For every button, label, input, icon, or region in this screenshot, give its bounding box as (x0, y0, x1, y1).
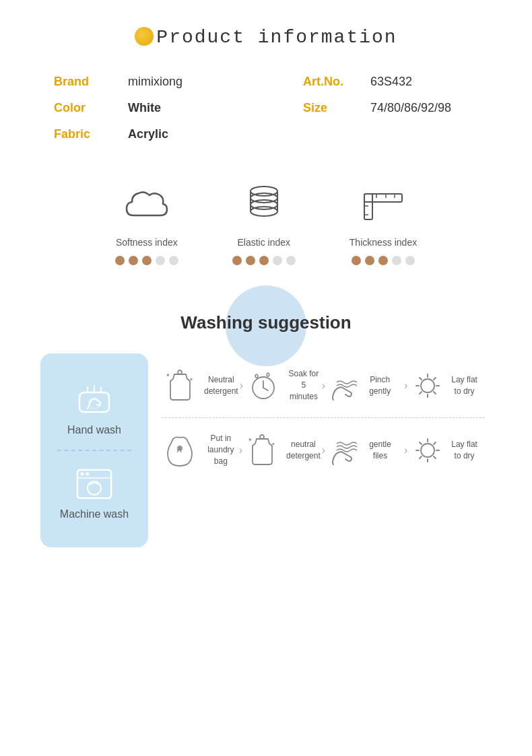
color-value: White (128, 101, 263, 115)
size-value: 74/80/86/92/98 (370, 101, 451, 115)
artno-value: 63S432 (370, 75, 412, 89)
svg-point-40 (421, 444, 434, 457)
detergent2-icon: ✦ ✦ · (244, 432, 281, 469)
brand-label: Brand (54, 75, 108, 89)
step-laundry-bag: Put inlaundry bag (162, 432, 238, 469)
step-lay-flat2: Lay flatto dry (409, 432, 485, 469)
step-neutral-detergent: ✦ ✦ · Neutraldetergent (162, 367, 238, 404)
svg-text:✦: ✦ (166, 372, 170, 378)
svg-point-17 (86, 473, 90, 476)
svg-text:·: · (271, 437, 273, 441)
step1-machine-text: Put inlaundry bag (204, 433, 238, 467)
svg-point-18 (88, 481, 101, 495)
svg-line-31 (420, 378, 422, 380)
dot (142, 256, 152, 265)
detergent-icon: ✦ ✦ · (162, 367, 199, 404)
index-section: Softness index Elasti (40, 168, 492, 279)
softness-label: Softness index (116, 237, 178, 248)
arrow-icon: › (239, 444, 242, 456)
svg-line-32 (434, 392, 436, 394)
brand-row: Brand mimixiong Art.No. 63S432 (54, 75, 478, 89)
machine-wash-row: Put inlaundry bag › ✦ ✦ · (155, 418, 492, 482)
svg-line-25 (263, 388, 268, 390)
size-label: Size (303, 101, 357, 115)
brand-value: mimixiong (128, 75, 263, 89)
laundry-bag-icon (162, 432, 199, 469)
svg-point-26 (421, 379, 434, 392)
dot (273, 256, 282, 265)
machine-wash-section: Machine wash (51, 451, 138, 534)
svg-point-36 (260, 435, 264, 439)
ruler-icon (356, 182, 410, 229)
wash-types-panel: Hand wash Machine wash (40, 353, 148, 547)
svg-point-16 (81, 473, 84, 476)
arrow-icon: › (404, 380, 407, 392)
wash-steps-container: ✦ ✦ · Neutraldetergent › (148, 353, 492, 547)
gentle-icon (327, 432, 364, 469)
washing-title-wrapper: Washing suggestion (40, 312, 492, 333)
machine-wash-icon (74, 465, 114, 502)
fabric-row: Fabric Acrylic (54, 127, 478, 141)
dot (352, 256, 361, 265)
page-container: Product information Brand mimixiong Art.… (0, 0, 532, 588)
spring-icon (237, 182, 291, 229)
step4-machine-text: Lay flatto dry (451, 439, 477, 462)
arrow-icon: › (240, 380, 243, 392)
svg-point-19 (178, 370, 182, 374)
hand-wash-icon (74, 380, 114, 417)
thickness-dots (352, 256, 415, 265)
dot (156, 256, 165, 265)
step3-hand-text: Pinchgently (369, 374, 391, 397)
hand-wash-section: Hand wash (51, 367, 138, 450)
dot (365, 256, 374, 265)
soak-icon (244, 367, 281, 404)
washing-content: Hand wash Machine wash (40, 353, 492, 547)
fabric-label: Fabric (54, 127, 108, 141)
dot (286, 256, 296, 265)
dot (232, 256, 242, 265)
svg-text:✦: ✦ (248, 437, 253, 443)
svg-text:·: · (167, 387, 168, 391)
softness-index-item: Softness index (115, 182, 178, 265)
thickness-label: Thickness index (350, 237, 417, 248)
dot (378, 256, 388, 265)
step-gentle: gentlefiles (327, 432, 403, 469)
step-lay-flat: Lay flatto dry (409, 367, 485, 404)
step2-hand-text: Soak for5 minutes (287, 368, 321, 402)
dot (129, 256, 138, 265)
softness-dots (115, 256, 178, 265)
elastic-label: Elastic index (238, 237, 291, 248)
washing-title: Washing suggestion (40, 312, 492, 333)
step-neutral-det: ✦ ✦ · neutraldetergent (244, 432, 321, 469)
step-pinch: Pinchgently (327, 367, 403, 404)
dot (392, 256, 401, 265)
title-section: Product information (40, 27, 492, 48)
svg-rect-7 (364, 194, 372, 219)
elastic-dots (232, 256, 296, 265)
color-label: Color (54, 101, 108, 115)
step3-machine-text: gentlefiles (369, 439, 391, 462)
arrow-icon: › (404, 444, 407, 456)
svg-text:✦: ✦ (189, 377, 193, 382)
step2-machine-text: neutraldetergent (286, 439, 321, 462)
arrow-icon: › (322, 380, 325, 392)
step1-hand-text: Neutraldetergent (204, 374, 238, 397)
svg-rect-6 (364, 194, 402, 202)
svg-point-3 (251, 207, 277, 216)
svg-line-48 (420, 456, 422, 458)
elastic-index-item: Elastic index (232, 182, 296, 265)
step4-hand-text: Lay flatto dry (451, 374, 477, 397)
dot (405, 256, 415, 265)
svg-line-47 (434, 442, 436, 444)
svg-text:✦: ✦ (271, 442, 275, 446)
washing-section: Washing suggestion Hand wash (40, 312, 492, 547)
svg-line-34 (420, 392, 422, 394)
svg-line-33 (434, 378, 436, 380)
arrow-icon: › (322, 444, 325, 456)
machine-wash-label: Machine wash (60, 508, 129, 520)
color-row: Color White Size 74/80/86/92/98 (54, 101, 478, 115)
sun-icon (409, 367, 446, 404)
hand-wash-row: ✦ ✦ · Neutraldetergent › (155, 353, 492, 417)
page-title: Product information (40, 27, 492, 48)
svg-line-46 (434, 456, 436, 458)
